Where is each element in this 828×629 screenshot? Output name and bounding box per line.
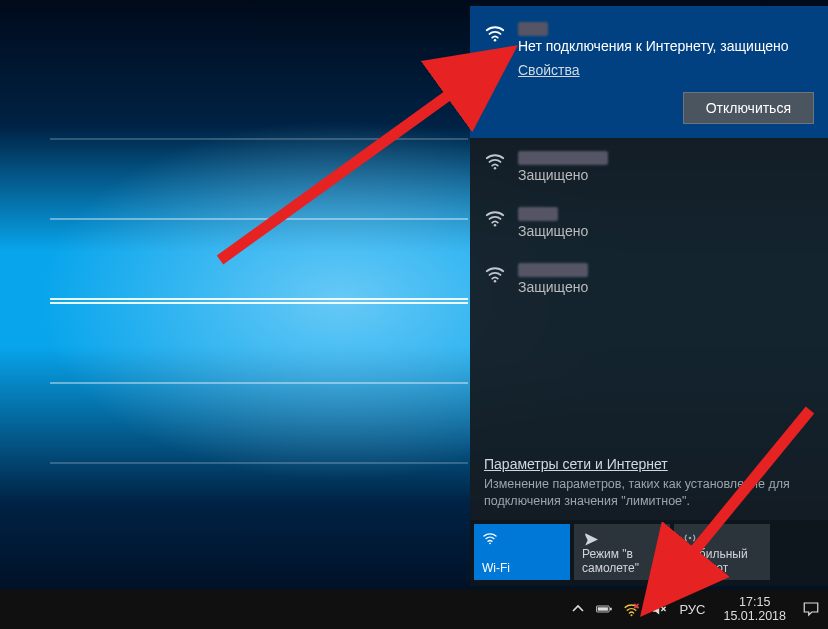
ssid-label bbox=[518, 20, 814, 36]
network-list: Нет подключения к Интернету, защищено Св… bbox=[470, 6, 828, 454]
tile-label: Мобильный хот-спот bbox=[682, 548, 762, 576]
network-item[interactable]: Защищено bbox=[470, 138, 828, 194]
tile-label: Wi-Fi bbox=[482, 562, 562, 576]
svg-point-3 bbox=[494, 280, 497, 283]
clock-time: 17:15 bbox=[723, 595, 786, 609]
properties-link[interactable]: Свойства bbox=[518, 62, 579, 78]
wifi-icon bbox=[484, 263, 506, 285]
tile-airplane[interactable]: Режим "в самолете" bbox=[574, 524, 670, 580]
network-item-connected[interactable]: Нет подключения к Интернету, защищено Св… bbox=[470, 6, 828, 138]
wifi-icon bbox=[482, 530, 562, 546]
ssid-label bbox=[518, 148, 814, 164]
hotspot-icon bbox=[682, 530, 762, 546]
network-settings-sub: Изменение параметров, таких как установл… bbox=[484, 476, 814, 510]
network-settings-link[interactable]: Параметры сети и Интернет bbox=[484, 456, 668, 472]
network-item[interactable]: Защищено bbox=[470, 251, 828, 307]
connection-status: Нет подключения к Интернету, защищено bbox=[518, 38, 814, 54]
network-security: Защищено bbox=[518, 223, 814, 239]
action-center-icon[interactable] bbox=[802, 600, 820, 618]
svg-point-4 bbox=[489, 542, 491, 544]
language-indicator[interactable]: РУС bbox=[677, 602, 707, 617]
network-flyout: Нет подключения к Интернету, защищено Св… bbox=[470, 6, 828, 586]
wifi-icon bbox=[484, 150, 506, 172]
system-tray: РУС 17:15 15.01.2018 bbox=[569, 595, 820, 624]
airplane-icon bbox=[582, 530, 662, 546]
ssid-label bbox=[518, 205, 814, 221]
svg-point-0 bbox=[494, 39, 497, 42]
tray-overflow-icon[interactable] bbox=[569, 601, 586, 618]
clock-date: 15.01.2018 bbox=[723, 609, 786, 623]
quick-tiles: Wi-Fi Режим "в самолете" Мобильный хот-с… bbox=[470, 520, 828, 586]
svg-point-9 bbox=[631, 614, 633, 616]
tile-hotspot[interactable]: Мобильный хот-спот bbox=[674, 524, 770, 580]
disconnect-button[interactable]: Отключиться bbox=[683, 92, 814, 124]
wifi-icon bbox=[484, 207, 506, 229]
battery-icon[interactable] bbox=[596, 601, 613, 618]
volume-muted-icon[interactable] bbox=[650, 601, 667, 618]
svg-point-2 bbox=[494, 224, 497, 227]
tile-label: Режим "в самолете" bbox=[582, 548, 662, 576]
network-tray-icon[interactable] bbox=[623, 601, 640, 618]
network-security: Защищено bbox=[518, 279, 814, 295]
network-item[interactable]: Защищено bbox=[470, 195, 828, 251]
taskbar: РУС 17:15 15.01.2018 bbox=[0, 589, 828, 629]
clock[interactable]: 17:15 15.01.2018 bbox=[717, 595, 792, 624]
ssid-label bbox=[518, 261, 814, 277]
tile-wifi[interactable]: Wi-Fi bbox=[474, 524, 570, 580]
svg-point-5 bbox=[689, 537, 692, 540]
wifi-icon bbox=[484, 22, 506, 44]
network-security: Защищено bbox=[518, 167, 814, 183]
svg-point-1 bbox=[494, 167, 497, 170]
svg-rect-8 bbox=[610, 608, 612, 611]
svg-rect-7 bbox=[598, 607, 608, 610]
